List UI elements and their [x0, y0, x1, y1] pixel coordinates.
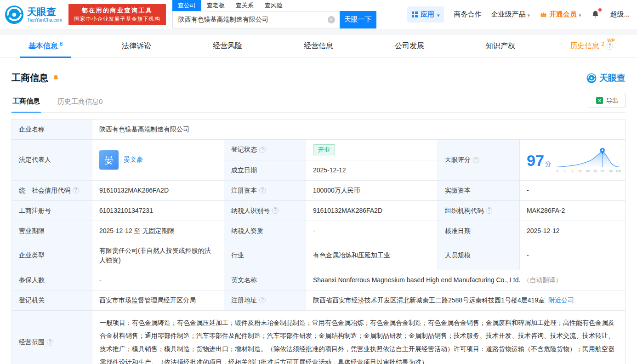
subscribe-bell-icon[interactable]: [52, 74, 60, 82]
label-registration-authority: 登记机关: [12, 290, 92, 311]
label-taxpayer-id: 纳税人识别号: [224, 201, 306, 221]
value-business-scope: 一般项目：有色金属铸造；有色金属压延加工；锻件及粉末冶金制品制造；常用有色金属冶…: [92, 311, 626, 364]
value-text: MAK286FA-2: [527, 206, 565, 216]
subtab-business-info[interactable]: 工商信息: [11, 93, 41, 113]
label-paid-in-capital: 实缴资本: [438, 181, 520, 201]
value-text: -: [313, 226, 315, 236]
export-button[interactable]: 导出: [589, 93, 626, 108]
help-icon[interactable]: [607, 43, 613, 50]
label-text: 注册资本: [231, 186, 257, 195]
label-text: 参保人数: [19, 275, 45, 285]
label-staff-size: 人员规模: [438, 241, 520, 270]
label-english-name: 英文名称: [224, 270, 306, 290]
help-icon[interactable]: [259, 147, 266, 153]
tab-company-development[interactable]: 公司发展: [364, 35, 455, 57]
excel-icon: [596, 97, 603, 104]
nav-user-account[interactable]: 超级...: [610, 10, 630, 19]
score-axis-tick: 15: [578, 170, 582, 173]
help-icon[interactable]: [473, 157, 479, 163]
value-paid-in-capital: -: [520, 181, 626, 201]
label-text: 企业名称: [19, 125, 45, 134]
value-text: 有限责任公司(非自然人投资或控股的法人独资): [99, 246, 217, 265]
label-text: 成立日期: [231, 165, 257, 175]
search-tab-boss[interactable]: 查老板: [201, 0, 230, 11]
crown-icon: [540, 11, 547, 18]
value-staff-size: -: [520, 241, 626, 270]
tab-history-info[interactable]: VIP 历史信息 2: [546, 35, 637, 57]
help-icon[interactable]: [73, 187, 79, 193]
value-taxpayer-quality: -: [306, 221, 438, 241]
search-button[interactable]: 天眼一下: [340, 11, 376, 28]
business-scope-text: 一般项目：有色金属铸造；有色金属压延加工；锻件及粉末冶金制品制造；常用有色金属冶…: [100, 319, 614, 364]
value-text: -: [99, 275, 102, 285]
value-registered-address: 陕西省西安市经济技术开发区渭北新城秦王二路2588号远秦科技园1号楼4层419室…: [306, 290, 626, 311]
help-icon[interactable]: [259, 297, 266, 303]
label-company-type: 企业类型: [12, 241, 92, 270]
brand-domain: TianYanCha.com: [27, 17, 62, 23]
label-text: 组织机构代码: [445, 206, 483, 216]
label-taxpayer-quality: 纳税人资质: [224, 221, 306, 241]
label-text: 人员规模: [445, 250, 471, 260]
tab-count: 2: [601, 41, 604, 47]
help-icon[interactable]: [47, 339, 53, 346]
search-tab-relation[interactable]: 查关系: [230, 0, 259, 11]
apps-menu[interactable]: 应用: [407, 6, 444, 23]
legal-rep-link[interactable]: 晏文豪: [124, 155, 143, 165]
value-company-name: 陕西有色镁基高端制造有限公司: [92, 119, 626, 140]
nav-enterprise-products[interactable]: 企业级产品: [491, 10, 530, 19]
score-value: 97: [527, 153, 544, 168]
tab-label: 经营信息: [304, 41, 333, 51]
chevron-down-icon: [579, 11, 581, 18]
search-tab-risk[interactable]: 查风险: [259, 0, 288, 11]
score-axis-tick: 85: [594, 170, 597, 173]
value-registration-authority: 西安市市场监督管理局经开区分局: [92, 290, 224, 311]
header-nav: 应用 商务合作 企业级产品 开通会员: [407, 6, 630, 23]
legal-rep-avatar[interactable]: 晏: [99, 150, 119, 170]
label-industry: 行业: [224, 241, 306, 270]
label-text: 英文名称: [231, 275, 257, 285]
help-icon[interactable]: [259, 187, 266, 193]
tab-label: 公司发展: [395, 41, 424, 51]
tab-operating-risk[interactable]: 经营风险: [182, 35, 273, 57]
value-taxpayer-id: 91610132MAK286FA2D: [306, 201, 438, 221]
label-text: 统一社会信用代码: [19, 186, 70, 195]
value-registration-status: 开业: [306, 140, 438, 160]
chevron-down-icon: [527, 11, 530, 18]
label-registration-status: 登记状态: [224, 140, 306, 160]
label-legal-representative: 法定代表人: [12, 140, 92, 181]
tab-intellectual-property[interactable]: 知识产权: [455, 35, 546, 57]
chevron-down-icon: [437, 11, 440, 18]
value-tianyan-score[interactable]: 97 分 0 1: [520, 140, 626, 181]
nearby-companies-link[interactable]: 附近公司: [548, 296, 574, 305]
label-text: 实缴资本: [445, 186, 471, 195]
search-tab-company[interactable]: 查公司: [172, 0, 201, 11]
notification-bell-icon[interactable]: [591, 10, 600, 19]
subtab-history-business-info[interactable]: 历史工商信息0: [57, 94, 103, 112]
score-axis-tick: 1: [564, 170, 566, 173]
company-detail-tabs: 基本信息 6 法律诉讼 经营风险 经营信息 公司发展 知识产权 VIP 历史信息…: [0, 35, 637, 58]
label-credit-code: 统一社会信用代码: [12, 181, 92, 201]
score-axis-tick: 100: [616, 170, 621, 173]
tab-basic-info[interactable]: 基本信息 6: [0, 35, 91, 57]
nav-business-cooperation[interactable]: 商务合作: [454, 10, 481, 19]
score-axis-tick: 97: [601, 170, 604, 173]
help-icon[interactable]: [272, 207, 279, 214]
value-establish-date: 2025-12-12: [306, 160, 438, 181]
top-header: 天眼查 TianYanCha.com 都在用的商业查询工具 国家中小企业发展子基…: [0, 0, 637, 29]
search-input[interactable]: [172, 11, 340, 28]
label-business-scope: 经营范围: [12, 311, 92, 364]
value-text: -: [527, 186, 529, 195]
tab-operating-info[interactable]: 经营信息: [273, 35, 364, 57]
help-icon[interactable]: [486, 207, 492, 214]
label-text: 登记机关: [19, 296, 45, 305]
label-registered-address: 注册地址: [224, 290, 306, 311]
tab-legal-litigation[interactable]: 法律诉讼: [91, 35, 182, 57]
label-text: 登记状态: [231, 145, 257, 154]
nav-open-vip[interactable]: 开通会员: [540, 10, 581, 19]
label-text: 工商注册号: [19, 206, 51, 216]
open-vip-label: 开通会员: [549, 10, 577, 19]
clear-search-icon[interactable]: [328, 16, 335, 23]
label-registered-capital: 注册资本: [224, 181, 306, 201]
label-text: 经营范围: [19, 337, 45, 347]
tianyancha-logo[interactable]: 天眼查 TianYanCha.com: [5, 5, 62, 24]
